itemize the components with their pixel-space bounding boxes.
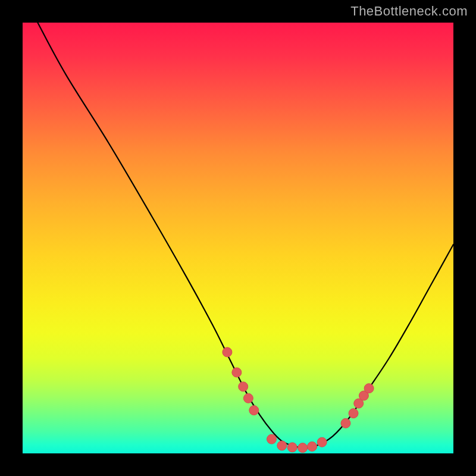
curve-marker xyxy=(341,418,350,428)
curve-marker xyxy=(308,441,317,451)
curve-marker xyxy=(249,406,259,415)
chart-svg-layer xyxy=(23,23,453,453)
curve-markers xyxy=(223,347,374,453)
curve-marker xyxy=(364,384,374,393)
curve-marker xyxy=(287,443,297,452)
curve-marker xyxy=(239,382,248,392)
chart-frame: TheBottleneck.com xyxy=(0,0,476,476)
curve-marker xyxy=(223,347,232,357)
curve-marker xyxy=(349,409,358,418)
curve-marker xyxy=(298,443,308,453)
curve-marker xyxy=(317,437,327,447)
curve-marker xyxy=(243,393,253,403)
curve-marker xyxy=(267,434,276,444)
curve-marker xyxy=(232,368,242,377)
watermark-text: TheBottleneck.com xyxy=(350,4,468,19)
curve-marker xyxy=(277,441,287,450)
